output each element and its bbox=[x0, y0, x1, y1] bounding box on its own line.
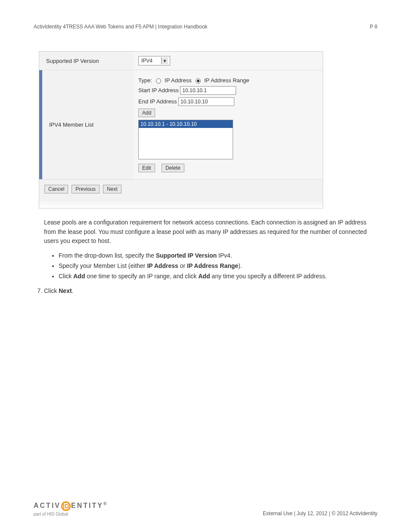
ipv4-member-list-label: IPV4 Member List bbox=[39, 70, 134, 179]
lease-pools-paragraph: Lease pools are a configuration requirem… bbox=[44, 218, 372, 246]
cancel-button[interactable]: Cancel bbox=[44, 185, 68, 193]
type-label: Type: bbox=[138, 77, 152, 84]
bullet-1: From the drop-down list, specify the Sup… bbox=[59, 252, 377, 259]
supported-ip-version-label: Supported IP Version bbox=[39, 52, 134, 70]
select-value: IPV4 bbox=[141, 58, 153, 64]
start-ip-label: Start IP Address bbox=[138, 87, 179, 93]
config-screenshot: Supported IP Version IPV4 ▼ IPV4 Member … bbox=[39, 51, 323, 208]
bullet-2: Specify your Member List (either IP Addr… bbox=[59, 262, 377, 269]
end-ip-label: End IP Address bbox=[138, 98, 177, 105]
header-title: ActivIdentity 4TRESS AAA Web Tokens and … bbox=[34, 24, 208, 30]
footer-right: External Use | July 12, 2012 | © 2012 Ac… bbox=[263, 510, 377, 516]
radio-ip-address-range[interactable] bbox=[196, 78, 201, 84]
logo: ACTIVIDENTITY® part of HID Global bbox=[34, 501, 108, 516]
previous-button[interactable]: Previous bbox=[72, 185, 100, 193]
add-button[interactable]: Add bbox=[138, 109, 155, 117]
start-ip-input[interactable] bbox=[180, 86, 236, 95]
chevron-down-icon: ▼ bbox=[161, 57, 168, 64]
radio-ip-address-range-label: IP Address Range bbox=[204, 77, 249, 84]
end-ip-input[interactable] bbox=[178, 97, 234, 106]
radio-ip-address-label: IP Address bbox=[165, 77, 192, 84]
radio-ip-address[interactable] bbox=[156, 78, 161, 84]
member-listbox[interactable]: 10.10.10.1 - 10.10.10.10 bbox=[138, 120, 233, 159]
edit-button[interactable]: Edit bbox=[138, 164, 155, 172]
page-number: P 8 bbox=[370, 24, 377, 30]
torn-edge-decoration bbox=[39, 200, 323, 208]
step-7: Click Next. bbox=[44, 287, 377, 294]
supported-ip-version-select[interactable]: IPV4 ▼ bbox=[138, 56, 170, 65]
list-item[interactable]: 10.10.10.1 - 10.10.10.10 bbox=[139, 120, 233, 128]
logo-subtitle: part of HID Global bbox=[34, 512, 108, 516]
next-button[interactable]: Next bbox=[103, 185, 121, 193]
bullet-3: Click Add one time to specify an IP rang… bbox=[59, 273, 377, 280]
delete-button[interactable]: Delete bbox=[162, 164, 184, 172]
